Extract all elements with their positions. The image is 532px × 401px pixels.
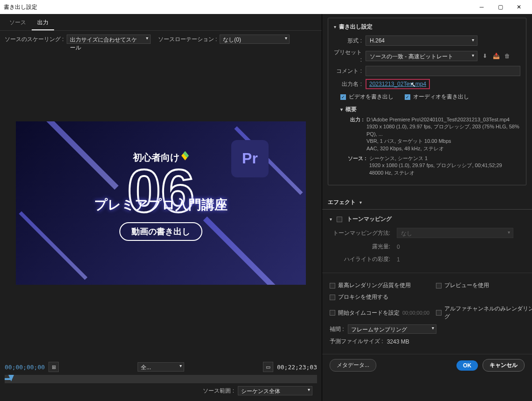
save-preset-icon[interactable]: ⬇ xyxy=(481,52,489,60)
source-rotation-label: ソースローテーション : xyxy=(158,35,217,43)
filesize-label: 予測ファイルサイズ : xyxy=(330,338,383,345)
tone-method-select: なし xyxy=(397,228,513,238)
settings-panel: ▾ 書き出し設定 形式 : H.264 プリセット : ソースの一致 - 高速ビ… xyxy=(322,14,532,401)
video-preview: Pr 初心者向け 06 プレミアプロ入門講座 動画の書き出し xyxy=(16,121,306,285)
output-name-link[interactable]: 20231213_02Test.mp4 xyxy=(369,81,426,87)
window-title: 書き出し設定 xyxy=(4,3,472,11)
end-timecode: 00;22;23;03 xyxy=(277,364,317,371)
export-audio-checkbox[interactable]: ✓ xyxy=(405,94,410,100)
highlight-value: 1 xyxy=(397,256,400,263)
summary-output-text: D:\Adobe Premiere Pro\20240101_Test\2023… xyxy=(366,116,520,152)
fit-icon[interactable]: ⊞ xyxy=(48,362,59,372)
pr-logo: Pr xyxy=(231,140,269,177)
tab-source[interactable]: ソース xyxy=(4,16,32,30)
comment-label: コメント : xyxy=(334,67,362,75)
chevron-down-icon[interactable]: ▾ xyxy=(330,217,332,222)
effects-header: エフェクト xyxy=(328,198,356,206)
summary-output-label: 出力 : xyxy=(348,116,364,152)
export-video-label: ビデオを書き出し xyxy=(349,93,394,101)
use-preview-checkbox[interactable] xyxy=(436,283,442,288)
interp-label: 補間 : xyxy=(330,325,344,333)
source-scaling-label: ソースのスケーリング : xyxy=(5,35,64,43)
tone-mapping-checkbox[interactable] xyxy=(337,217,342,222)
tone-method-label: トーンマッピング方法: xyxy=(330,229,390,237)
exposure-value: 0 xyxy=(397,244,400,250)
preview-tabs: ソース 出力 xyxy=(0,14,322,31)
close-button[interactable]: ✕ xyxy=(510,0,528,14)
output-name-label: 出力名 : xyxy=(334,80,362,88)
start-tc-value: 00;00;00;00 xyxy=(402,310,429,316)
delete-preset-icon[interactable]: 🗑 xyxy=(504,52,511,60)
aspect-icon[interactable]: ▭ xyxy=(263,362,273,372)
maximize-button[interactable]: ▢ xyxy=(491,0,510,14)
start-tc-checkbox[interactable] xyxy=(330,310,335,316)
use-proxy-checkbox[interactable] xyxy=(330,295,335,300)
summary-source-label: ソース : xyxy=(348,155,366,176)
start-timecode[interactable]: 00;00;00;00 xyxy=(5,364,45,371)
export-settings-header: 書き出し設定 xyxy=(339,23,373,31)
source-range-label: ソース範囲 : xyxy=(203,387,234,395)
minimize-button[interactable]: ─ xyxy=(472,0,491,14)
source-scaling-select[interactable]: 出力サイズに合わせてスケール xyxy=(67,35,151,44)
export-audio-label: オーディオを書き出し xyxy=(413,93,469,101)
chevron-down-icon[interactable]: ▾ xyxy=(334,24,336,29)
max-quality-checkbox[interactable] xyxy=(330,283,335,288)
timeline-scrubber[interactable] xyxy=(5,375,317,383)
preview-course-title: プレミアプロ入門講座 xyxy=(94,196,228,214)
use-proxy-label: プロキシを使用する xyxy=(338,293,388,301)
metadata-button[interactable]: メタデータ... xyxy=(330,359,376,372)
use-preview-label: プレビューを使用 xyxy=(444,281,489,289)
format-label: 形式 : xyxy=(334,37,362,45)
output-name-field[interactable]: 20231213_02Test.mp4 ↖ xyxy=(366,79,430,89)
cancel-button[interactable]: キャンセル xyxy=(483,359,525,372)
preview-subtitle: 動画の書き出し xyxy=(119,222,202,241)
import-preset-icon[interactable]: 📥 xyxy=(492,52,500,60)
summary-header: 概要 xyxy=(345,106,357,113)
max-quality-label: 最高レンダリング品質を使用 xyxy=(338,281,411,289)
export-settings-group: ▾ 書き出し設定 形式 : H.264 プリセット : ソースの一致 - 高速ビ… xyxy=(328,18,526,185)
exposure-label: 露光量: xyxy=(330,243,390,251)
effects-section[interactable]: エフェクト ▾ xyxy=(322,196,532,210)
alpha-only-label: アルファチャンネルのみレンダリング xyxy=(444,305,532,321)
filesize-value: 3243 MB xyxy=(387,338,409,345)
source-range-select[interactable]: シーケンス全体 xyxy=(238,386,312,395)
source-rotation-select[interactable]: なし(0) xyxy=(220,35,290,44)
titlebar: 書き出し設定 ─ ▢ ✕ xyxy=(0,0,532,14)
comment-input[interactable] xyxy=(366,66,520,76)
zoom-select[interactable]: 全... xyxy=(138,362,184,372)
format-select[interactable]: H.264 xyxy=(366,35,477,46)
tone-mapping-header: トーンマッピング xyxy=(347,215,392,223)
start-tc-label: 開始タイムコードを設定 xyxy=(338,309,400,317)
ok-button[interactable]: OK xyxy=(456,360,478,371)
preset-label: プリセット : xyxy=(334,49,362,63)
chevron-down-icon[interactable]: ▾ xyxy=(340,107,343,112)
highlight-label: ハイライトの彩度: xyxy=(330,255,390,263)
summary-source-text: シーケンス, シーケンス 1 1920 x 1080 (1.0), 29.97 … xyxy=(369,155,502,176)
tab-output[interactable]: 出力 xyxy=(32,16,54,30)
preview-panel: ソース 出力 ソースのスケーリング : 出力サイズに合わせてスケール ソースロー… xyxy=(0,14,322,401)
chevron-down-icon: ▾ xyxy=(359,200,362,205)
preset-select[interactable]: ソースの一致 - 高速ビットレート xyxy=(366,51,477,61)
alpha-only-checkbox[interactable] xyxy=(436,310,442,316)
interp-select[interactable]: フレームサンプリング xyxy=(348,324,436,334)
export-video-checkbox[interactable]: ✓ xyxy=(340,94,346,100)
